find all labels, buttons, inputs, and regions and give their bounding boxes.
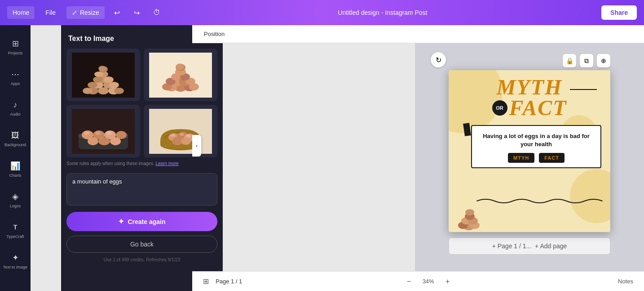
svg-point-41 [98,137,110,145]
sidebar-item-typecraft[interactable]: T TypeCraft [0,215,31,246]
generated-image-2[interactable] [144,49,217,101]
rules-text: Some rules apply when using these images… [61,157,223,170]
zoom-in-button[interactable]: + [441,275,454,288]
svg-point-16 [98,66,106,71]
canvas-top-icons: 🔒 ⧉ ⊕ [563,54,610,67]
plus-icon: + [492,242,496,250]
add-page-button[interactable]: + Page 1 / 1... + Add page [449,237,610,255]
svg-point-52 [181,138,191,145]
svg-point-8 [88,82,97,88]
sidebar-item-label-logos: Logos [10,204,21,208]
text-to-image-icon: ✦ [10,252,21,263]
svg-point-45 [106,131,112,135]
share-button[interactable]: Share [601,5,637,20]
add-button[interactable]: ⊕ [597,54,610,67]
sidebar-item-label-text-to-image: Text to Image [3,265,27,269]
content-box[interactable]: Having a lot of eggs in a day is bad for… [471,125,601,168]
bottom-center: − 34% + [403,275,454,288]
sidebar-item-background[interactable]: 🖼 Background [0,123,31,154]
or-badge: OR [492,100,507,116]
sidebar-item-text-to-image[interactable]: ✦ Text to Image [0,246,31,276]
wavy-line [473,197,606,207]
apps-icon: ⋯ [10,69,21,80]
panel-title: Text to Image [68,35,114,43]
topbar-right: Share [601,5,637,20]
zoom-out-button[interactable]: − [403,275,415,288]
myth-vote-btn[interactable]: MTYH [508,153,534,163]
sidebar-item-label-audio: Audio [10,112,20,116]
svg-point-44 [95,131,101,135]
background-icon: 🖼 [10,130,21,141]
timer-button[interactable]: ⏱ [150,5,164,20]
sidebar-item-projects[interactable]: ⊞ Projects [0,31,31,62]
create-again-button[interactable]: ✦ Create again [66,212,217,231]
topbar-center: Untitled design - Instagram Post [169,9,596,16]
file-button[interactable]: File [40,6,61,19]
notes-button[interactable]: Notes [614,276,637,287]
projects-icon: ⊞ [10,38,21,49]
hide-panel-button[interactable]: ‹ [192,135,201,157]
home-button[interactable]: Home [7,6,35,19]
logos-icon: ◈ [10,191,21,202]
svg-point-12 [104,76,114,83]
position-button[interactable]: Position [199,29,229,39]
add-page-label: + Add page [535,242,567,250]
svg-point-43 [84,131,89,135]
svg-point-9 [109,82,119,88]
svg-point-54 [180,133,184,136]
decorative-line [570,89,597,90]
sidebar-item-apps[interactable]: ⋯ Apps [0,62,31,93]
myth-text: MYTH [497,76,563,98]
page-indicator: Page 1 / 1 [216,278,242,285]
sidebar-item-audio[interactable]: ♪ Audio [0,93,31,123]
sidebar-item-label-apps: Apps [11,81,20,86]
svg-point-5 [114,88,124,94]
undo-button[interactable]: ↩ [110,5,124,20]
content-body-text: Having a lot of eggs in a day is bad for… [477,132,595,148]
fact-vote-btn[interactable]: FACT [539,153,565,163]
sidebar-item-label-typecraft: TypeCraft [6,234,24,239]
copy-button[interactable]: ⧉ [580,54,593,67]
myth-title: MYTH [458,76,601,98]
document-title: Untitled design - Instagram Post [338,9,427,16]
refresh-button[interactable]: ↻ [431,52,446,67]
svg-point-42 [110,137,121,145]
go-back-button[interactable]: Go back [66,236,217,253]
svg-point-62 [465,209,474,215]
sidebar-item-label-charts: Charts [9,173,22,178]
canvas-design[interactable]: MYTH OR FACT Having a lot of eggs in a d… [449,70,610,232]
sidebar-item-logos[interactable]: ◈ Logos [0,184,31,215]
sidebar-item-label-projects: Projects [8,51,23,55]
sparkle-icon: ✦ [118,217,124,226]
sidebar-item-label-background: Background [4,143,26,147]
sidebar: ⊞ Projects ⋯ Apps ♪ Audio 🖼 Background 📊… [0,0,31,291]
bottom-left: ⊞ Page 1 / 1 [199,275,242,288]
resize-button[interactable]: ⤢ Resize [66,6,105,19]
svg-point-55 [186,134,191,137]
svg-point-53 [171,134,175,137]
bottom-toolbar: ⊞ Page 1 / 1 − 34% + Notes [192,271,644,291]
bottom-right: Notes [614,276,637,287]
lock-button[interactable]: 🔒 [563,54,576,67]
fact-text: FACT [509,97,567,119]
resize-icon: ⤢ [72,9,77,16]
svg-point-14 [94,72,103,77]
audio-icon: ♪ [10,99,21,110]
redo-button[interactable]: ↪ [130,5,144,20]
generated-image-3[interactable] [66,105,140,157]
or-fact-row: OR FACT [458,97,601,119]
learn-more-link[interactable]: Learn more [155,161,178,166]
credits-text: Use 1 of 499 credits. Refreshes 9/1/23 [61,255,223,265]
canvas-wrapper: 🔒 ⧉ ⊕ ↻ MYTH OR FACT [449,70,610,255]
sidebar-item-charts[interactable]: 📊 Charts [0,154,31,184]
show-pages-icon-btn[interactable]: ⊞ [199,275,212,288]
charts-icon: 📊 [10,161,21,171]
topbar: Home File ⤢ Resize ↩ ↪ ⏱ Untitled design… [0,0,644,25]
blob-2 [570,169,610,223]
zoom-level[interactable]: 34% [419,276,438,287]
generated-image-1[interactable] [66,49,140,101]
text-to-image-panel: Text to Image ••• [61,25,223,291]
prompt-input[interactable]: a mountain of eggs [66,173,217,206]
typecraft-icon: T [10,222,21,233]
generated-image-4[interactable] [144,105,217,157]
